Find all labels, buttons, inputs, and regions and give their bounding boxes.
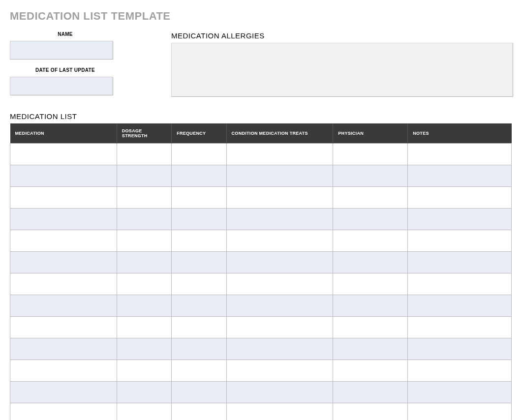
cell-physician[interactable] (333, 317, 408, 338)
cell-frequency[interactable] (172, 273, 226, 295)
cell-physician[interactable] (333, 144, 408, 165)
cell-condition[interactable] (226, 295, 333, 317)
cell-condition[interactable] (226, 382, 333, 403)
cell-medication[interactable] (10, 273, 117, 295)
cell-dosage[interactable] (117, 273, 171, 295)
cell-notes[interactable] (408, 382, 512, 403)
cell-physician[interactable] (333, 252, 408, 273)
cell-frequency[interactable] (172, 187, 226, 209)
cell-medication[interactable] (10, 209, 117, 230)
cell-condition[interactable] (226, 403, 333, 420)
cell-frequency[interactable] (172, 360, 226, 382)
cell-physician[interactable] (333, 165, 408, 187)
cell-dosage[interactable] (117, 144, 171, 165)
cell-medication[interactable] (10, 144, 117, 165)
cell-frequency[interactable] (172, 165, 226, 187)
cell-physician[interactable] (333, 230, 408, 252)
cell-notes[interactable] (408, 403, 512, 420)
cell-dosage[interactable] (117, 230, 171, 252)
cell-frequency[interactable] (172, 252, 226, 273)
cell-dosage[interactable] (117, 382, 171, 403)
cell-physician[interactable] (333, 273, 408, 295)
cell-medication[interactable] (10, 317, 117, 338)
cell-physician[interactable] (333, 295, 408, 317)
cell-condition[interactable] (226, 209, 333, 230)
table-row (10, 317, 512, 338)
allergies-input[interactable] (171, 43, 513, 97)
cell-frequency[interactable] (172, 382, 226, 403)
cell-notes[interactable] (408, 209, 512, 230)
table-row (10, 252, 512, 273)
cell-medication[interactable] (10, 382, 117, 403)
cell-physician[interactable] (333, 187, 408, 209)
col-header-condition: CONDITION MEDICATION TREATS (226, 123, 333, 144)
cell-notes[interactable] (408, 230, 512, 252)
cell-medication[interactable] (10, 165, 117, 187)
table-row (10, 273, 512, 295)
cell-frequency[interactable] (172, 295, 226, 317)
table-row (10, 209, 512, 230)
cell-medication[interactable] (10, 403, 117, 420)
medication-table: MEDICATION DOSAGE STRENGTH FREQUENCY CON… (10, 123, 512, 420)
cell-physician[interactable] (333, 338, 408, 360)
cell-physician[interactable] (333, 209, 408, 230)
cell-physician[interactable] (333, 360, 408, 382)
cell-frequency[interactable] (172, 317, 226, 338)
cell-frequency[interactable] (172, 403, 226, 420)
cell-notes[interactable] (408, 338, 512, 360)
cell-medication[interactable] (10, 338, 117, 360)
cell-medication[interactable] (10, 252, 117, 273)
cell-notes[interactable] (408, 317, 512, 338)
cell-medication[interactable] (10, 230, 117, 252)
cell-frequency[interactable] (172, 209, 226, 230)
date-label: DATE OF LAST UPDATE (10, 67, 121, 73)
table-row (10, 403, 512, 420)
col-header-medication: MEDICATION (10, 123, 117, 144)
cell-notes[interactable] (408, 273, 512, 295)
cell-dosage[interactable] (117, 252, 171, 273)
col-header-dosage: DOSAGE STRENGTH (117, 123, 171, 144)
table-row (10, 165, 512, 187)
allergies-section: MEDICATION ALLERGIES (171, 31, 513, 103)
cell-condition[interactable] (226, 165, 333, 187)
table-row (10, 187, 512, 209)
cell-medication[interactable] (10, 187, 117, 209)
cell-condition[interactable] (226, 144, 333, 165)
cell-condition[interactable] (226, 317, 333, 338)
table-row (10, 338, 512, 360)
table-row (10, 144, 512, 165)
cell-notes[interactable] (408, 187, 512, 209)
cell-condition[interactable] (226, 252, 333, 273)
table-row (10, 360, 512, 382)
cell-dosage[interactable] (117, 209, 171, 230)
medication-list-label: MEDICATION LIST (10, 112, 513, 120)
cell-frequency[interactable] (172, 338, 226, 360)
cell-dosage[interactable] (117, 317, 171, 338)
cell-notes[interactable] (408, 165, 512, 187)
cell-medication[interactable] (10, 360, 117, 382)
cell-condition[interactable] (226, 360, 333, 382)
page-title: MEDICATION LIST TEMPLATE (10, 10, 513, 23)
cell-dosage[interactable] (117, 295, 171, 317)
cell-physician[interactable] (333, 403, 408, 420)
cell-medication[interactable] (10, 295, 117, 317)
cell-condition[interactable] (226, 273, 333, 295)
cell-dosage[interactable] (117, 338, 171, 360)
cell-notes[interactable] (408, 295, 512, 317)
cell-frequency[interactable] (172, 230, 226, 252)
cell-physician[interactable] (333, 382, 408, 403)
cell-frequency[interactable] (172, 144, 226, 165)
cell-condition[interactable] (226, 187, 333, 209)
cell-condition[interactable] (226, 230, 333, 252)
date-input[interactable] (10, 77, 113, 95)
cell-condition[interactable] (226, 338, 333, 360)
cell-dosage[interactable] (117, 165, 171, 187)
cell-dosage[interactable] (117, 403, 171, 420)
table-row (10, 382, 512, 403)
cell-notes[interactable] (408, 252, 512, 273)
cell-notes[interactable] (408, 144, 512, 165)
cell-dosage[interactable] (117, 187, 171, 209)
cell-dosage[interactable] (117, 360, 171, 382)
name-input[interactable] (10, 41, 113, 60)
cell-notes[interactable] (408, 360, 512, 382)
